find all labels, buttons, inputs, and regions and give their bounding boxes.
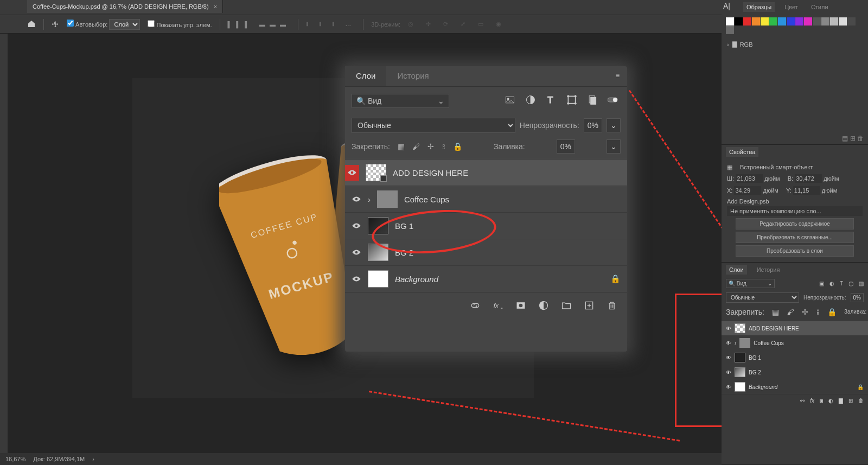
layer-row-background[interactable]: Background 🔒 [345, 265, 627, 292]
home-icon[interactable] [27, 20, 36, 29]
fill-value[interactable]: 0% [557, 139, 575, 154]
mini-tab-history[interactable]: История [754, 265, 783, 275]
layer-filter-select[interactable]: 🔍 Вид⌄ [352, 94, 449, 108]
visibility-icon[interactable] [352, 248, 361, 257]
visibility-icon[interactable] [345, 165, 359, 181]
convert-linked-button[interactable]: Преобразовать в связанные... [736, 232, 854, 243]
show-controls-checkbox[interactable] [148, 20, 155, 27]
opacity-dropdown-icon[interactable]: ⌄ [607, 118, 621, 132]
filter-adjust-icon[interactable] [523, 92, 538, 109]
opacity-value[interactable]: 0% [584, 118, 602, 132]
new-layer-icon[interactable]: ⊞ [848, 398, 853, 404]
mini-layer-bg2[interactable]: 👁BG 2 [722, 365, 868, 379]
swatch[interactable] [795, 17, 803, 26]
swatch[interactable] [761, 17, 769, 26]
blend-mode-select[interactable]: Обычные [352, 118, 515, 133]
filter-type-icon[interactable]: T [840, 281, 843, 286]
tab-styles[interactable]: Стили [808, 2, 832, 12]
swatch-folder[interactable]: ›▇RGB [722, 37, 868, 51]
mini-layer-bg1[interactable]: 👁BG 1 [722, 350, 868, 365]
tab-history[interactable]: История [386, 66, 439, 86]
visibility-icon[interactable] [352, 221, 361, 231]
swatch[interactable] [769, 17, 777, 26]
new-layer-icon[interactable] [584, 300, 595, 313]
visibility-icon[interactable]: 👁 [726, 340, 731, 346]
layer-thumb[interactable] [366, 164, 386, 181]
visibility-icon[interactable]: 👁 [726, 355, 731, 361]
filter-smart-icon[interactable] [585, 92, 600, 109]
tab-layers[interactable]: Слои [345, 66, 386, 86]
lock-artboard-icon[interactable]: ⩉ [442, 142, 445, 151]
convert-layers-button[interactable]: Преобразовать в слои [736, 245, 854, 257]
link-icon[interactable] [470, 300, 481, 313]
swatch[interactable] [778, 17, 786, 26]
lock-transparency-icon[interactable]: ▦ [398, 142, 405, 151]
autoselect-mode-select[interactable]: Слой [109, 19, 140, 30]
filter-pixel-icon[interactable] [502, 92, 518, 109]
filter-adjust-icon[interactable]: ◐ [829, 281, 834, 286]
mini-layer-add-design[interactable]: 👁ADD DESIGN HERE [722, 321, 868, 335]
swatch[interactable] [743, 17, 751, 26]
trash-icon[interactable] [607, 300, 617, 313]
status-chevron-icon[interactable]: › [92, 456, 94, 462]
width-input[interactable] [736, 174, 763, 183]
swatch[interactable] [726, 17, 734, 26]
visibility-icon[interactable] [352, 195, 361, 204]
document-tab[interactable]: Coffee-Cups-Mockup.psd @ 16,7% (ADD DESI… [27, 0, 223, 13]
mask-icon[interactable]: ◙ [820, 398, 823, 404]
swatch[interactable] [847, 17, 856, 26]
link-icon[interactable]: ⚯ [800, 398, 805, 404]
swatch[interactable] [787, 17, 795, 26]
trash-icon[interactable]: 🗑 [858, 398, 864, 404]
filter-toggle[interactable] [605, 92, 621, 109]
visibility-icon[interactable]: 👁 [726, 370, 731, 375]
layer-comp-select[interactable]: Не применять композицию сло... [730, 208, 821, 214]
visibility-icon[interactable]: 👁 [726, 326, 731, 332]
group-icon[interactable] [561, 300, 572, 313]
layer-row-coffee-cups[interactable]: › Coffee Cups [345, 186, 627, 212]
lock-pixels-icon[interactable]: 🖌 [412, 142, 420, 151]
lock-all-icon[interactable]: 🔒 [453, 142, 462, 151]
align-icons[interactable]: ▌▌▌ ▬▬▬ [228, 21, 290, 28]
zoom-level[interactable]: 16,67% [5, 456, 25, 462]
filter-shape-icon[interactable] [564, 92, 579, 109]
visibility-icon[interactable] [352, 275, 361, 284]
filter-smart-icon[interactable]: ▧ [859, 281, 864, 286]
height-input[interactable] [795, 174, 822, 183]
tab-color[interactable]: Цвет [781, 2, 801, 12]
mini-layer-coffee-cups[interactable]: 👁›Coffee Cups [722, 335, 868, 350]
swatch[interactable] [735, 17, 743, 26]
swatch[interactable] [752, 17, 760, 26]
mask-icon[interactable] [515, 300, 526, 313]
filter-shape-icon[interactable]: ▢ [848, 281, 853, 286]
layer-row-add-design[interactable]: ADD DESIGN HERE [345, 159, 627, 186]
swatch[interactable] [830, 17, 838, 26]
fx-icon[interactable]: fx [493, 300, 503, 313]
expand-icon[interactable]: › [368, 195, 371, 204]
layer-row-bg1[interactable]: BG 1 [345, 212, 627, 239]
edit-contents-button[interactable]: Редактировать содержимое [736, 218, 854, 230]
layer-row-bg2[interactable]: BG 2 [345, 239, 627, 265]
swatch[interactable] [821, 17, 829, 26]
adjustment-icon[interactable] [538, 300, 549, 313]
mini-opacity[interactable]: 0% [851, 293, 864, 302]
adjustment-icon[interactable]: ◐ [828, 398, 833, 404]
mini-filter-select[interactable]: 🔍 Вид⌄ [726, 279, 775, 288]
mini-tab-layers[interactable]: Слои [726, 265, 747, 275]
tab-swatches[interactable]: Образцы [743, 2, 775, 12]
filter-type-icon[interactable]: T [544, 92, 559, 109]
autoselect-checkbox[interactable] [67, 20, 74, 27]
fx-icon[interactable]: fx [810, 398, 814, 404]
visibility-icon[interactable]: 👁 [726, 384, 731, 390]
y-input[interactable] [793, 186, 820, 195]
x-input[interactable] [734, 186, 761, 195]
close-icon[interactable]: × [214, 3, 217, 10]
swatch[interactable] [839, 17, 847, 26]
panel-menu-icon[interactable]: ≡ [608, 66, 627, 86]
mini-blend-select[interactable]: Обычные [726, 292, 799, 303]
fill-dropdown-icon[interactable]: ⌄ [607, 139, 621, 154]
swatch[interactable] [726, 26, 734, 34]
distribute-icons[interactable]: ⦀ ⦀ ⦀ … [306, 21, 355, 28]
move-tool-icon[interactable] [52, 20, 59, 28]
lock-position-icon[interactable]: ✢ [427, 142, 434, 151]
